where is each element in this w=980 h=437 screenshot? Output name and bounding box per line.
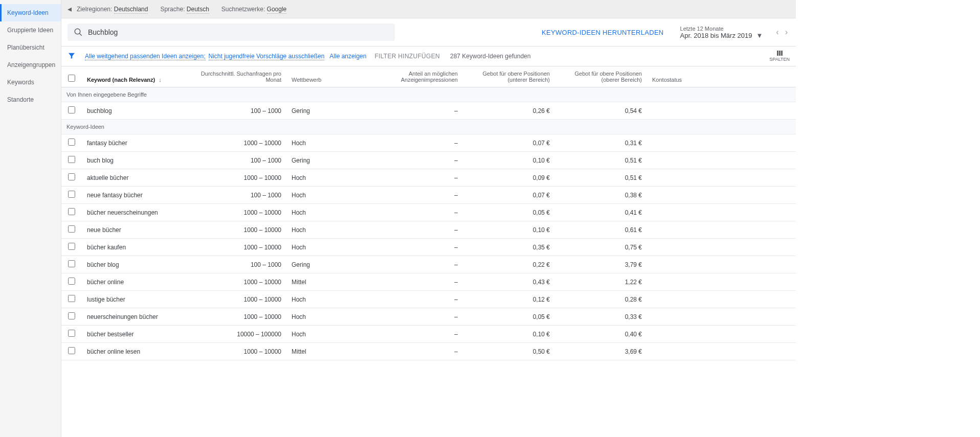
table-row: lustige bücher1000 – 10000Hoch–0,12 €0,2…	[61, 291, 796, 308]
cell-bid-high: 0,61 €	[555, 221, 647, 239]
target-language[interactable]: Sprache: Deutsch	[160, 6, 209, 13]
back-icon[interactable]: ◂	[68, 4, 72, 14]
cell-impressions: –	[373, 343, 463, 360]
date-range-small: Letzte 12 Monate	[680, 26, 763, 32]
results-table: Keyword (nach Relevanz) ↓ Durchschnittl.…	[61, 66, 796, 360]
cell-searches: 1000 – 10000	[184, 169, 286, 187]
cell-keyword: bücher online lesen	[82, 343, 184, 360]
filter-broad-match[interactable]: Alle weitgehend passenden Ideen anzeigen…	[85, 53, 206, 60]
target-region[interactable]: Zielregionen: Deutschland	[77, 6, 148, 13]
col-status[interactable]: Kontostatus	[647, 66, 796, 87]
row-checkbox[interactable]	[68, 139, 75, 146]
cell-status	[647, 204, 796, 221]
network-label: Suchnetzwerke:	[221, 6, 265, 13]
sidebar-item-0[interactable]: Keyword-Ideen	[0, 4, 61, 21]
cell-bid-high: 0,38 €	[555, 187, 647, 204]
cell-bid-low: 0,22 €	[463, 256, 555, 273]
table-row: bücher neuerscheinungen1000 – 10000Hoch–…	[61, 204, 796, 221]
download-ideas-button[interactable]: KEYWORD-IDEEN HERUNTERLADEN	[542, 29, 664, 36]
filter-row: Alle weitgehend passenden Ideen anzeigen…	[61, 46, 796, 66]
cell-impressions: –	[373, 187, 463, 204]
col-bid-low[interactable]: Gebot für obere Positionen (unterer Bere…	[463, 66, 555, 87]
cell-searches: 1000 – 10000	[184, 134, 286, 152]
col-searches[interactable]: Durchschnittl. Suchanfragen pro Monat	[184, 66, 286, 87]
section-row: Keyword-Ideen	[61, 120, 796, 134]
row-checkbox[interactable]	[68, 243, 75, 250]
cell-bid-low: 0,07 €	[463, 134, 555, 152]
cell-status	[647, 291, 796, 308]
cell-searches: 100 – 1000	[184, 102, 286, 120]
add-filter-button[interactable]: FILTER HINZUFÜGEN	[374, 53, 440, 60]
columns-button[interactable]: SPALTEN	[769, 51, 790, 62]
row-checkbox[interactable]	[68, 312, 75, 319]
col-bid-high[interactable]: Gebot für obere Positionen (oberer Berei…	[555, 66, 647, 87]
cell-bid-high: 0,28 €	[555, 291, 647, 308]
table-row: bücher online lesen1000 – 10000Mittel–0,…	[61, 343, 796, 360]
cell-bid-high: 0,40 €	[555, 326, 647, 343]
cell-competition: Hoch	[286, 326, 373, 343]
target-network[interactable]: Suchnetzwerke: Google	[221, 6, 286, 13]
columns-label: SPALTEN	[769, 57, 790, 62]
cell-bid-high: 0,51 €	[555, 152, 647, 169]
sidebar-item-2[interactable]: Planübersicht	[0, 39, 61, 56]
filter-icon[interactable]	[68, 52, 76, 61]
cell-searches: 10000 – 100000	[184, 326, 286, 343]
row-checkbox[interactable]	[68, 260, 75, 267]
row-checkbox[interactable]	[68, 347, 75, 354]
row-checkbox[interactable]	[68, 208, 75, 215]
cell-bid-high: 0,54 €	[555, 102, 647, 120]
cell-keyword: bücher kaufen	[82, 239, 184, 256]
row-checkbox[interactable]	[68, 156, 75, 163]
columns-icon	[777, 51, 783, 56]
cell-impressions: –	[373, 221, 463, 239]
sidebar: Keyword-IdeenGruppierte IdeenPlanübersic…	[0, 0, 61, 437]
col-competition[interactable]: Wettbewerb	[286, 66, 373, 87]
table-row: bücher blog100 – 1000Gering–0,22 €3,79 €	[61, 256, 796, 273]
region-label: Zielregionen:	[77, 6, 112, 13]
cell-bid-high: 0,41 €	[555, 204, 647, 221]
row-checkbox[interactable]	[68, 191, 75, 198]
date-range-big: Apr. 2018 bis März 2019	[680, 32, 752, 39]
prev-period-icon[interactable]: ‹	[774, 26, 781, 39]
filter-exclude-adult[interactable]: Nicht jugendfreie Vorschläge ausschließe…	[209, 53, 325, 60]
cell-bid-low: 0,09 €	[463, 169, 555, 187]
cell-competition: Gering	[286, 256, 373, 273]
search-input[interactable]	[88, 28, 389, 36]
sidebar-item-4[interactable]: Keywords	[0, 74, 61, 91]
cell-keyword: buch blog	[82, 152, 184, 169]
network-value: Google	[267, 6, 287, 14]
cell-bid-low: 0,05 €	[463, 204, 555, 221]
row-checkbox[interactable]	[68, 295, 75, 302]
cell-bid-low: 0,10 €	[463, 152, 555, 169]
col-keyword[interactable]: Keyword (nach Relevanz) ↓	[82, 66, 184, 87]
search-box[interactable]	[68, 24, 395, 41]
cell-bid-low: 0,35 €	[463, 239, 555, 256]
sidebar-item-1[interactable]: Gruppierte Ideen	[0, 21, 61, 39]
row-checkbox[interactable]	[68, 330, 75, 337]
sidebar-item-3[interactable]: Anzeigengruppen	[0, 56, 61, 74]
next-period-icon[interactable]: ›	[783, 26, 790, 39]
select-all-checkbox[interactable]	[68, 75, 75, 82]
row-checkbox[interactable]	[68, 225, 75, 233]
lang-value: Deutsch	[187, 6, 209, 14]
row-checkbox[interactable]	[68, 173, 75, 180]
filter-show-all[interactable]: Alle anzeigen	[329, 53, 366, 60]
cell-impressions: –	[373, 273, 463, 291]
date-range-picker[interactable]: Letzte 12 Monate Apr. 2018 bis März 2019…	[680, 26, 763, 39]
row-checkbox[interactable]	[68, 106, 75, 113]
cell-impressions: –	[373, 169, 463, 187]
search-icon	[74, 28, 83, 37]
table-row: fantasy bücher1000 – 10000Hoch–0,07 €0,3…	[61, 134, 796, 152]
col-impressions[interactable]: Anteil an möglichen Anzeigenimpressionen	[373, 66, 463, 87]
cell-bid-high: 1,22 €	[555, 273, 647, 291]
row-checkbox[interactable]	[68, 278, 75, 285]
cell-searches: 1000 – 10000	[184, 204, 286, 221]
cell-competition: Hoch	[286, 204, 373, 221]
cell-impressions: –	[373, 256, 463, 273]
cell-searches: 100 – 1000	[184, 256, 286, 273]
sidebar-item-5[interactable]: Standorte	[0, 91, 61, 108]
cell-keyword: bücher online	[82, 273, 184, 291]
cell-impressions: –	[373, 204, 463, 221]
cell-keyword: buchblog	[82, 102, 184, 120]
section-row: Von Ihnen eingegebene Begriffe	[61, 87, 796, 102]
